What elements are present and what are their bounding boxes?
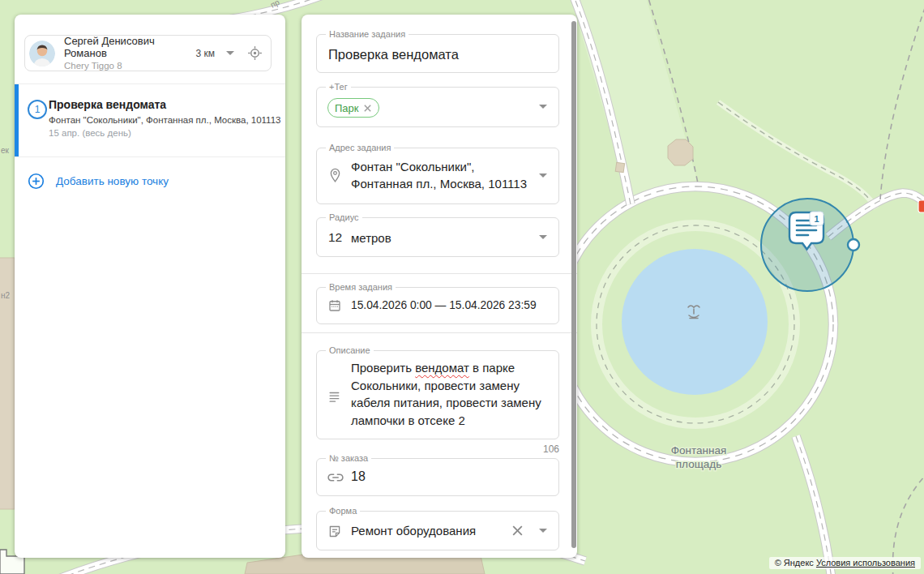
add-point-button[interactable]: Добавить новую точку bbox=[15, 156, 285, 206]
time-value[interactable]: 15.04.2026 0:00 — 15.04.2026 23:59 bbox=[351, 299, 537, 311]
form-scrollbar[interactable] bbox=[571, 21, 576, 548]
section-divider bbox=[302, 273, 577, 274]
description-part1: Проверить bbox=[351, 361, 412, 375]
plus-circle-icon bbox=[28, 173, 45, 190]
task-marker[interactable]: 1 bbox=[789, 212, 823, 250]
link-icon bbox=[327, 472, 344, 483]
route-sidebar: Сергей Денисович Романов Chery Tiggo 8 3… bbox=[15, 15, 285, 558]
driver-info: Сергей Денисович Романов Chery Tiggo 8 bbox=[64, 35, 195, 71]
map-label-fragment-mid: н2 bbox=[1, 291, 11, 300]
order-number-label: № заказа bbox=[326, 453, 371, 464]
task-name-value[interactable]: Проверка вендомата bbox=[328, 47, 459, 62]
map-pond bbox=[622, 249, 768, 395]
order-number-value[interactable]: 18 bbox=[351, 469, 366, 484]
calendar-icon bbox=[327, 298, 342, 314]
form-dropdown-icon[interactable] bbox=[539, 529, 547, 533]
radius-unit: метров bbox=[351, 231, 391, 245]
address-dropdown-icon[interactable] bbox=[539, 173, 547, 178]
section-divider bbox=[302, 332, 577, 333]
map-label-fragment-top: ек bbox=[1, 146, 10, 155]
form-select-label: Форма bbox=[326, 506, 360, 516]
tag-chip[interactable]: Парк bbox=[327, 98, 379, 118]
task-name-label: Название задания bbox=[326, 29, 409, 40]
map-place-label-line1: Фонтанная bbox=[671, 444, 727, 456]
crosshair-icon bbox=[247, 45, 263, 61]
description-field[interactable]: Описание Проверить вендомат в парке Соко… bbox=[316, 350, 559, 439]
task-number-badge: 1 bbox=[28, 100, 47, 119]
tag-label: +Тег bbox=[326, 82, 351, 92]
task-list-item[interactable]: 1 Проверка вендомата Фонтан "Сокольники"… bbox=[15, 84, 285, 157]
address-value[interactable]: Фонтан "Сокольники", Фонтанная пл., Моск… bbox=[351, 158, 536, 192]
task-name-field[interactable]: Название задания Проверка вендомата bbox=[316, 34, 559, 73]
description-label: Описание bbox=[326, 345, 374, 356]
map-attribution: © Яндекс Условия использования bbox=[769, 557, 921, 569]
time-label: Время задания bbox=[326, 282, 396, 293]
task-form-panel: Название задания Проверка вендомата +Тег… bbox=[302, 15, 577, 558]
driver-vehicle: Chery Tiggo 8 bbox=[64, 60, 195, 71]
tag-dropdown-icon[interactable] bbox=[539, 105, 547, 109]
description-misspelled-word: вендомат bbox=[415, 361, 469, 375]
terms-of-use-link[interactable]: Условия использования bbox=[816, 558, 915, 568]
task-selected-indicator bbox=[15, 84, 19, 156]
locate-driver-button[interactable] bbox=[247, 45, 263, 61]
map-building-small bbox=[615, 162, 624, 172]
radius-label: Радиус bbox=[326, 212, 362, 223]
driver-card[interactable]: Сергей Денисович Романов Chery Tiggo 8 3… bbox=[24, 35, 272, 71]
description-value[interactable]: Проверить вендомат в парке Сокольники, п… bbox=[351, 359, 558, 429]
description-char-count: 106 bbox=[543, 443, 559, 455]
form-doc-icon bbox=[327, 524, 342, 539]
task-address: Фонтан "Сокольники", Фонтанная пл., Моск… bbox=[49, 115, 277, 125]
time-field[interactable]: Время задания 15.04.2026 0:00 — 15.04.20… bbox=[316, 287, 559, 324]
map-poi-marker[interactable] bbox=[918, 200, 924, 212]
radius-dropdown-icon[interactable] bbox=[539, 235, 547, 239]
form-select-value[interactable]: Ремонт оборудования bbox=[351, 524, 476, 538]
radius-field[interactable]: Радиус 12 метров bbox=[316, 217, 559, 257]
marker-badge-count: 1 bbox=[814, 214, 819, 224]
radius-resize-handle[interactable] bbox=[848, 239, 859, 251]
location-pin-icon bbox=[327, 167, 343, 186]
address-field[interactable]: Адрес задания Фонтан "Сокольники", Фонта… bbox=[316, 148, 559, 204]
chevron-down-icon[interactable] bbox=[226, 51, 234, 55]
tag-field[interactable]: +Тег Парк bbox=[316, 87, 559, 127]
radius-value[interactable]: 12 bbox=[328, 230, 342, 245]
map-building-octagon bbox=[668, 139, 693, 165]
form-select-field[interactable]: Форма Ремонт оборудования bbox=[316, 511, 559, 550]
driver-distance: 3 км bbox=[195, 48, 215, 59]
attribution-copyright: © Яндекс bbox=[775, 558, 814, 568]
form-clear-icon[interactable] bbox=[511, 524, 524, 538]
address-label: Адрес задания bbox=[326, 143, 394, 153]
task-schedule: 15 апр. (весь день) bbox=[49, 128, 131, 138]
tag-chip-label: Парк bbox=[335, 102, 359, 114]
map-place-label-line2: площадь bbox=[676, 458, 721, 470]
task-title: Проверка вендомата bbox=[49, 98, 166, 111]
tag-remove-icon[interactable] bbox=[363, 104, 372, 113]
driver-avatar bbox=[29, 41, 55, 66]
notes-icon bbox=[327, 390, 343, 404]
driver-name: Сергей Денисович Романов bbox=[64, 35, 195, 59]
order-number-field[interactable]: № заказа 18 bbox=[316, 458, 559, 496]
add-point-label: Добавить новую точку bbox=[56, 175, 169, 187]
